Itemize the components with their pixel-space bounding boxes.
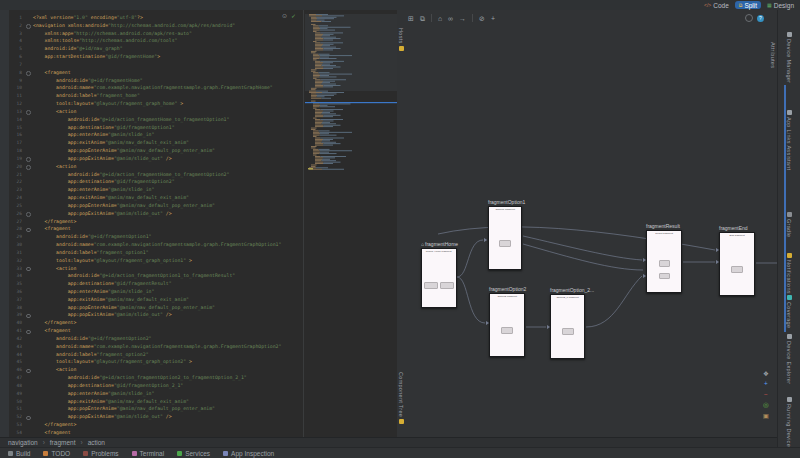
code-line[interactable]: 52 app:popExitAnim="@anim/slide_out" /> [0,413,305,421]
tool-window-button-coverage[interactable]: Coverage [786,295,792,328]
code-line[interactable]: 39 app:popExitAnim="@anim/slide_out" /> [0,311,305,319]
edge-fragmentHome-to-fragmentOption2[interactable] [457,277,485,323]
code-line[interactable]: 23 app:enterAnim="@anim/slide_in" [0,186,305,194]
statusbar-item-app-inspection[interactable]: App Inspection [223,450,274,457]
code-line[interactable]: 47 android:id="@+id/action_fragmentOptio… [0,374,305,382]
code-line[interactable]: 21 android:id="@+id/action_fragmentHome_… [0,171,305,179]
code-line[interactable]: 30 android:name="com.example.navigationf… [0,241,305,249]
fold-marker-icon[interactable] [26,267,31,272]
graph-node-fragmentHome[interactable]: ⌂fragmentHomeGraph: Home fragment [421,248,457,308]
code-line[interactable]: 42 android:id="@+id/fragmentOption2" [0,335,305,343]
code-line[interactable]: 5 android:id="@+id/nav_graph" [0,45,305,53]
breadcrumb-item-fragment[interactable]: fragment [50,439,76,446]
tool-window-button-running-devices[interactable]: Running Devices [786,397,792,450]
code-line[interactable]: 43 android:name="com.example.navigationf… [0,343,305,351]
code-line[interactable]: 11 android:label="fragment_home" [0,92,305,100]
code-line[interactable]: 19 app:popExitAnim="@anim/slide_out" /> [0,155,305,163]
tool-window-button-app-links-assistant[interactable]: App Links Assistant [786,110,792,170]
code-line[interactable]: 31 android:label="fragment_option1" [0,249,305,257]
code-line[interactable]: 49 app:enterAnim="@anim/slide_in" [0,390,305,398]
pan-mode-icon[interactable]: + [491,15,495,22]
statusbar-item-services[interactable]: Services [177,450,210,457]
code-line[interactable]: 3 xmlns:app="http://schemas.android.com/… [0,30,305,38]
fold-marker-icon[interactable] [26,157,31,162]
code-line[interactable]: 36 app:enterAnim="@anim/slide_in" [0,288,305,296]
attributes-tab[interactable]: Attributes [770,42,776,68]
fold-marker-icon[interactable] [26,314,31,319]
code-line[interactable]: 34 android:id="@+id/action_fragmentOptio… [0,272,305,280]
code-line[interactable]: 24 app:exitAnim="@anim/nav_default_exit_… [0,194,305,202]
graph-node-fragmentOption_2_1[interactable]: fragmentOption_2...Option2_1 fragment [550,294,585,359]
code-line[interactable]: 38 app:popEnterAnim="@anim/nav_default_p… [0,304,305,312]
code-line[interactable]: 28 <fragment [0,225,305,233]
breadcrumb-item-navigation[interactable]: navigation [8,439,38,446]
fold-marker-icon[interactable] [26,228,31,233]
mode-split-button[interactable]: ⧉Split [735,1,761,9]
assign-start-destination-icon[interactable]: ⌂ [438,15,442,22]
code-line[interactable]: 45 tools:layout="@layout/fragment_graph_… [0,358,305,366]
code-line[interactable]: 16 app:enterAnim="@anim/slide_in" [0,131,305,139]
graph-node-fragmentOption2[interactable]: fragmentOption2Option2 fragment [489,293,525,357]
graph-node-fragmentResult[interactable]: fragmentResultResult fragment [646,230,682,293]
code-line[interactable]: 18 app:popEnterAnim="@anim/nav_default_p… [0,147,305,155]
fold-marker-icon[interactable] [26,416,31,421]
tool-window-button-device-manager[interactable]: Device Manager [786,32,792,83]
code-line[interactable]: 20 <action [0,163,305,171]
code-line[interactable]: 15 app:destination="@id/fragmentOption1" [0,124,305,132]
fold-marker-icon[interactable] [26,212,31,217]
fold-marker-icon[interactable] [26,369,31,374]
code-area[interactable]: 1<?xml version="1.0" encoding="utf-8"?>2… [0,14,305,437]
code-line[interactable]: 14 android:id="@+id/action_fragmentHome_… [0,116,305,124]
zoom-in-icon[interactable]: + [764,381,768,388]
code-line[interactable]: 26 app:popExitAnim="@anim/slide_out" /> [0,210,305,218]
tool-window-button-notifications[interactable]: Notifications [786,253,792,294]
code-line[interactable]: 35 app:destination="@id/fragmentResult" [0,280,305,288]
link-destination-icon[interactable]: ⧉ [420,15,425,22]
statusbar-item-build[interactable]: Build [8,450,30,457]
fold-marker-icon[interactable] [26,330,31,335]
zoom-out-icon[interactable]: − [764,392,768,399]
code-line[interactable]: 27 </fragment> [0,218,305,226]
pan-icon[interactable]: ❖ [763,371,769,378]
code-line[interactable]: 2<navigation xmlns:android="http://schem… [0,22,305,30]
statusbar-item-problems[interactable]: Problems [83,450,118,457]
auto-arrange-icon[interactable]: ∞ [448,15,453,22]
code-line[interactable]: 46 <action [0,366,305,374]
fold-marker-icon[interactable] [26,165,31,170]
graph-node-fragmentEnd[interactable]: fragmentEndEnd fragment [719,232,755,296]
mode-design-button[interactable]: ▦Design [763,1,798,9]
graph-node-fragmentOption1[interactable]: fragmentOption1Option1 fragment [488,206,522,270]
inspection-eye-icon[interactable]: ⊙ [282,12,287,19]
code-line[interactable]: 48 app:destination="@id/fragmentOption_2… [0,382,305,390]
code-line[interactable]: 4 xmlns:tools="http://schemas.android.co… [0,37,305,45]
edge-fragmentOption1-to-fragmentResult[interactable] [523,244,643,270]
help-icon[interactable]: ? [757,15,764,22]
nav-graph-surface[interactable]: ⌂fragmentHomeGraph: Home fragmentfragmen… [397,10,777,437]
zoom-to-fit-icon[interactable]: ▣ [763,413,769,420]
code-line[interactable]: 44 android:label="fragment_option2" [0,351,305,359]
edge-fragmentOption1-to-fragmentResult[interactable] [523,236,642,260]
code-line[interactable]: 37 app:exitAnim="@anim/nav_default_exit_… [0,296,305,304]
edge-fragmentHome-to-fragmentOption1[interactable] [457,240,483,277]
code-line[interactable]: 41 <fragment [0,327,305,335]
code-line[interactable]: 17 app:exitAnim="@anim/nav_default_exit_… [0,139,305,147]
code-line[interactable]: 6 app:startDestination="@id/fragmentHome… [0,53,305,61]
code-line[interactable]: 12 tools:layout="@layout/fragment_graph_… [0,100,305,108]
statusbar-item-todo[interactable]: TODO [43,450,70,457]
code-line[interactable]: 51 app:popEnterAnim="@anim/nav_default_p… [0,405,305,413]
code-line[interactable]: 40 </fragment> [0,319,305,327]
code-line[interactable]: 54 <fragment [0,429,305,437]
code-line[interactable]: 10 android:name="com.example.navigationf… [0,84,305,92]
code-line[interactable]: 7 [0,61,305,69]
mode-code-button[interactable]: </>Code [700,1,733,9]
tool-window-button-device-explorer[interactable]: Device Explorer [786,334,792,384]
code-line[interactable]: 50 app:exitAnim="@anim/nav_default_exit_… [0,398,305,406]
fold-marker-icon[interactable] [26,71,31,76]
zoom-reset-icon[interactable]: ◎ [763,402,769,409]
layout-warning-icon[interactable]: ⊘ [479,15,485,22]
code-line[interactable]: 29 android:id="@+id/fragmentOption1" [0,233,305,241]
deep-link-icon[interactable]: → [459,15,466,22]
tool-window-button-gradle[interactable]: Gradle [786,212,792,237]
code-line[interactable]: 13 <action [0,108,305,116]
xml-editor[interactable]: 1<?xml version="1.0" encoding="utf-8"?>2… [0,10,305,437]
